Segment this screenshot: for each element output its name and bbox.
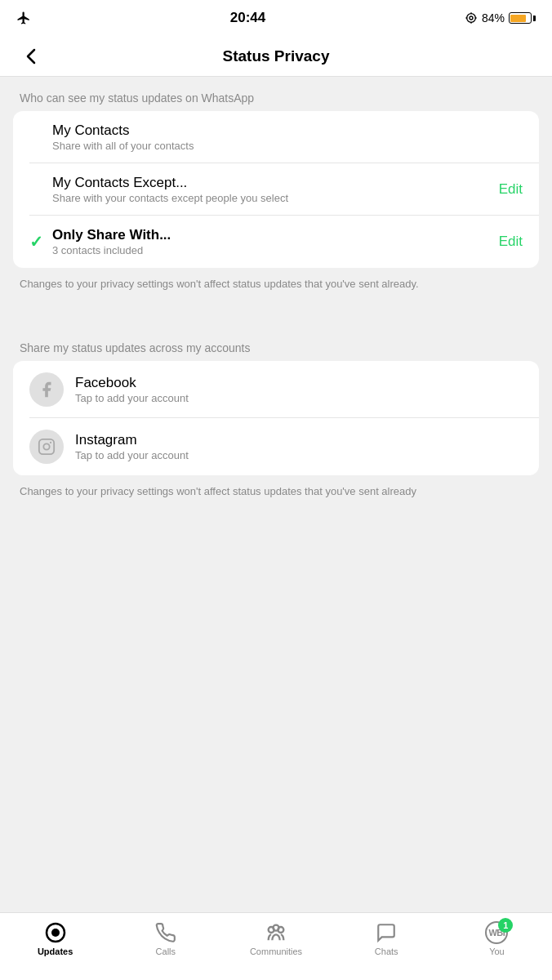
only-share-with-subtitle: 3 contacts included: [52, 244, 491, 256]
my-contacts-except-edit[interactable]: Edit: [499, 181, 523, 198]
back-button[interactable]: [16, 42, 46, 71]
svg-point-8: [50, 441, 51, 443]
my-contacts-except-title: My Contacts Except...: [52, 175, 491, 191]
updates-label: Updates: [38, 947, 73, 956]
instagram-subtitle: Tap to add your account: [75, 449, 523, 461]
communities-icon: [265, 921, 287, 944]
svg-point-1: [467, 14, 476, 23]
share-across-label: Share my status updates across my accoun…: [0, 327, 552, 361]
status-bar-left: [16, 11, 31, 25]
nav-bar: Status Privacy: [0, 36, 552, 77]
instagram-icon: [29, 430, 64, 464]
facebook-subtitle: Tap to add your account: [75, 392, 523, 404]
svg-point-7: [43, 443, 49, 449]
battery-percent: 84%: [482, 11, 505, 24]
social-accounts-card: Facebook Tap to add your account Instagr…: [13, 361, 539, 475]
content: Who can see my status updates on WhatsAp…: [0, 77, 552, 912]
my-contacts-option[interactable]: ✓ My Contacts Share with all of your con…: [13, 111, 539, 163]
my-contacts-title: My Contacts: [52, 122, 523, 139]
svg-point-10: [51, 929, 60, 937]
svg-point-13: [274, 925, 279, 931]
only-share-with-content: Only Share With... 3 contacts included: [52, 227, 491, 256]
page-title: Status Privacy: [46, 47, 506, 65]
svg-rect-6: [39, 439, 54, 453]
battery-icon: [509, 12, 536, 24]
section-spacer: [0, 307, 552, 327]
instagram-account-item[interactable]: Instagram Tap to add your account: [13, 418, 539, 475]
only-share-with-option[interactable]: ✓ Only Share With... 3 contacts included…: [13, 216, 539, 268]
privacy-note-2: Changes to your privacy settings won't a…: [0, 475, 552, 514]
who-can-see-label: Who can see my status updates on WhatsAp…: [0, 77, 552, 111]
my-contacts-except-option[interactable]: ✓ My Contacts Except... Share with your …: [13, 163, 539, 216]
my-contacts-except-content: My Contacts Except... Share with your co…: [52, 175, 491, 204]
nav-item-you[interactable]: WBI 1 You: [442, 920, 552, 956]
facebook-account-item[interactable]: Facebook Tap to add your account: [13, 361, 539, 418]
updates-icon: [44, 921, 67, 944]
facebook-icon: [29, 372, 64, 407]
facebook-content: Facebook Tap to add your account: [75, 375, 523, 404]
nav-item-calls[interactable]: Calls: [110, 920, 220, 956]
chats-icon: [375, 921, 398, 944]
privacy-options-card: ✓ My Contacts Share with all of your con…: [13, 111, 539, 268]
my-contacts-except-subtitle: Share with your contacts except people y…: [52, 192, 491, 204]
back-chevron-icon: [26, 48, 36, 65]
instagram-name: Instagram: [75, 432, 523, 448]
bottom-nav: Updates Calls Communities: [0, 912, 552, 980]
privacy-note-1: Changes to your privacy settings won't a…: [0, 268, 552, 307]
communities-label: Communities: [250, 947, 302, 956]
status-bar-time: 20:44: [230, 10, 265, 26]
nav-item-communities[interactable]: Communities: [220, 920, 331, 956]
location-icon: [465, 11, 478, 24]
instagram-content: Instagram Tap to add your account: [75, 432, 523, 461]
airplane-icon: [16, 11, 31, 25]
svg-point-0: [470, 16, 473, 20]
calls-label: Calls: [156, 947, 176, 956]
you-icon: WBI 1: [485, 921, 508, 944]
calls-icon: [154, 921, 177, 944]
nav-item-updates[interactable]: Updates: [0, 920, 110, 956]
nav-item-chats[interactable]: Chats: [332, 920, 442, 956]
you-label: You: [489, 947, 505, 956]
my-contacts-subtitle: Share with all of your contacts: [52, 140, 523, 152]
facebook-name: Facebook: [75, 375, 523, 391]
chats-label: Chats: [375, 947, 398, 956]
you-badge: 1: [498, 918, 513, 933]
status-bar-right: 84%: [465, 11, 536, 24]
status-bar: 20:44 84%: [0, 0, 552, 36]
only-share-with-title: Only Share With...: [52, 227, 491, 243]
only-share-with-check: ✓: [29, 232, 52, 252]
only-share-with-edit[interactable]: Edit: [499, 234, 523, 250]
my-contacts-content: My Contacts Share with all of your conta…: [52, 122, 523, 152]
